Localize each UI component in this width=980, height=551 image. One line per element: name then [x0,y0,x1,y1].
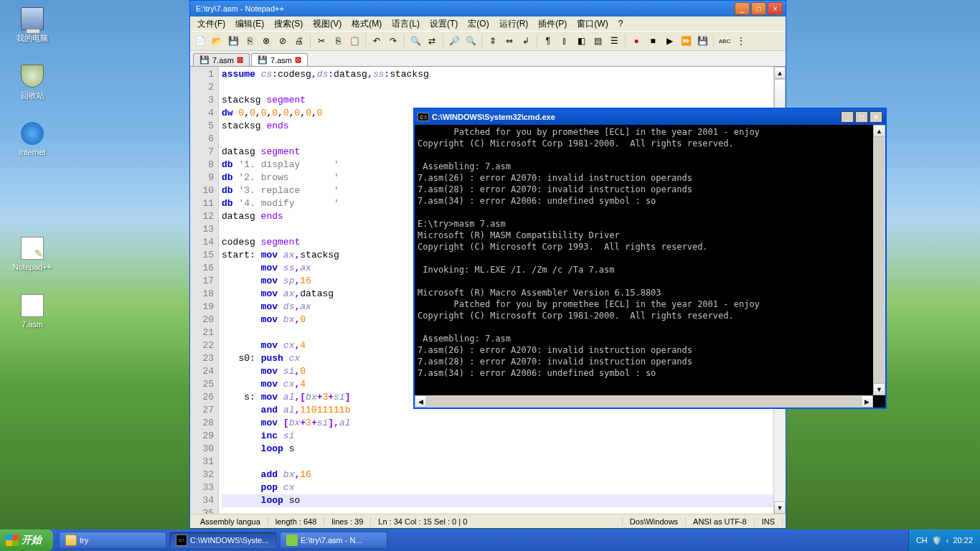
save-icon[interactable]: 💾 [226,34,240,48]
user-lang-icon[interactable]: ◧ [574,34,588,48]
code-line[interactable]: stacksg segment [222,94,783,107]
cmd-maximize-button[interactable]: □ [855,111,868,123]
code-line[interactable] [222,507,783,514]
cmd-scroll-down-icon[interactable]: ▼ [873,383,885,395]
taskbar-item[interactable]: try [59,532,166,549]
code-line[interactable]: assume cs:codesg,ds:datasg,ss:stacksg [222,68,783,81]
system-tray[interactable]: CH 🛡️ ‹ 20:22 [908,529,980,551]
menu-item[interactable]: 运行(R) [495,17,533,32]
menu-item[interactable]: 宏(O) [463,17,493,32]
tray-shield-icon[interactable]: 🛡️ [932,536,942,545]
play-multi-icon[interactable]: ⏩ [679,34,693,48]
cmd-horizontal-scrollbar[interactable]: ◀ ▶ [415,395,873,408]
menu-item[interactable]: 格式(M) [347,17,386,32]
desktop-icon-my-computer[interactable]: 我的电脑 [7,7,57,44]
open-file-icon[interactable]: 📂 [209,34,224,48]
npp-titlebar[interactable]: E:\try\7.asm - Notepad++ _ □ × [190,1,786,17]
taskbar-item-label: C:\WINDOWS\Syste... [190,536,268,545]
wrap-icon[interactable]: ↲ [519,34,533,48]
code-line[interactable]: inc si [222,430,783,443]
desktop-icon-notepad-plus-plus[interactable]: Notepad++ [7,237,57,271]
print-icon[interactable]: 🖨 [292,34,306,48]
start-button[interactable]: 开始 [0,529,53,551]
desktop-icon-internet[interactable]: Internet [7,122,57,156]
desktop-icon-seven-asm[interactable]: 7.asm [7,294,57,329]
sync-h-icon[interactable]: ⇔ [502,34,517,48]
menu-item[interactable]: ? [614,17,628,30]
code-line[interactable] [222,456,783,468]
cmd-window: C:\ C:\WINDOWS\System32\cmd.exe _ □ × Pa… [413,108,887,409]
copy-icon[interactable]: ⎘ [331,34,345,48]
desktop-icon-recycle-bin[interactable]: 回收站 [7,65,57,101]
npp-icon [286,534,298,546]
undo-icon[interactable]: ↶ [369,34,384,48]
menu-item[interactable]: 设置(T) [425,17,462,32]
cut-icon[interactable]: ✂ [314,34,329,48]
menu-item[interactable]: 编辑(E) [231,17,268,32]
cmd-output[interactable]: Patched for you by promethee [ECL] in th… [415,125,885,408]
sync-v-icon[interactable]: ⇕ [486,34,500,48]
code-line[interactable]: loop s [222,443,783,456]
npp-statusbar: Assembly langua length : 648 lines : 39 … [190,514,786,528]
cmd-scroll-left-icon[interactable]: ◀ [415,395,427,408]
zoom-in-icon[interactable]: 🔎 [447,34,461,48]
tab-label: 7.asm [270,56,292,65]
redo-icon[interactable]: ↷ [386,34,400,48]
clock[interactable]: 20:22 [953,536,973,545]
cmd-icon: C:\ [418,113,429,121]
taskbar-item[interactable]: C:\C:\WINDOWS\Syste... [169,532,277,549]
cmd-scroll-right-icon[interactable]: ▶ [861,395,873,408]
minimize-button[interactable]: _ [735,2,750,15]
stop-icon[interactable]: ■ [646,34,660,48]
status-lang: Assembly langua [193,517,268,526]
tab-close-icon[interactable]: ⊠ [295,55,301,65]
maximize-button[interactable]: □ [751,2,766,15]
close-file-icon[interactable]: ⊗ [259,34,273,48]
menu-item[interactable]: 视图(V) [308,17,346,32]
code-line[interactable]: pop cx [222,481,783,494]
replace-icon[interactable]: ⇄ [425,34,439,48]
save-macro-icon[interactable]: 💾 [695,34,710,48]
paste-icon[interactable]: 📋 [347,34,362,48]
file-tab[interactable]: 💾7.asm⊠ [251,53,308,66]
file-tab[interactable]: 💾7.asm⊠ [193,53,250,66]
code-line[interactable] [222,81,783,94]
new-file-icon[interactable]: 📄 [193,34,207,48]
tray-chevron-icon[interactable]: ‹ [946,536,949,545]
taskbar-item[interactable]: E:\try\7.asm - N... [280,532,387,549]
cmd-vertical-scrollbar[interactable]: ▲ ▼ [873,125,885,395]
cmd-scroll-up-icon[interactable]: ▲ [873,125,885,137]
status-eol: Dos\Windows [623,517,686,526]
scroll-up-icon[interactable]: ▲ [774,67,786,79]
show-all-chars-icon[interactable]: ¶ [541,34,555,48]
code-line[interactable]: add bx,16 [222,468,783,481]
record-icon[interactable]: ● [629,34,644,48]
func-list-icon[interactable]: ☰ [607,34,621,48]
close-all-icon[interactable]: ⊘ [275,34,290,48]
cmd-close-button[interactable]: × [870,111,882,123]
find-icon[interactable]: 🔍 [408,34,423,48]
close-button[interactable]: × [768,2,783,15]
code-line[interactable]: mov [bx+3+si],al [222,417,783,430]
menu-item[interactable]: 搜索(S) [270,17,307,32]
language-indicator[interactable]: CH [916,536,928,545]
save-all-icon[interactable]: ⎘ [242,34,257,48]
scroll-down-icon[interactable]: ▼ [774,501,786,514]
code-line[interactable]: loop so [222,494,783,507]
tab-close-icon[interactable]: ⊠ [237,55,243,65]
cmd-titlebar[interactable]: C:\ C:\WINDOWS\System32\cmd.exe _ □ × [415,109,885,125]
about-icon[interactable]: ⋮ [734,34,748,48]
menu-item[interactable]: 插件(P) [534,17,571,32]
menu-item[interactable]: 语言(L) [387,17,424,32]
status-enc: ANSI as UTF-8 [686,517,755,526]
spellcheck-icon[interactable]: ABC [717,34,732,48]
menu-item[interactable]: 窗口(W) [573,17,612,32]
zoom-out-icon[interactable]: 🔍 [463,34,478,48]
seven-asm-icon [21,294,44,317]
cmd-minimize-button[interactable]: _ [841,111,854,123]
play-icon[interactable]: ▶ [662,34,677,48]
doc-map-icon[interactable]: ▤ [590,34,605,48]
start-label: 开始 [22,534,42,547]
menu-item[interactable]: 文件(F) [193,17,230,32]
indent-guide-icon[interactable]: ⫿ [557,34,572,48]
